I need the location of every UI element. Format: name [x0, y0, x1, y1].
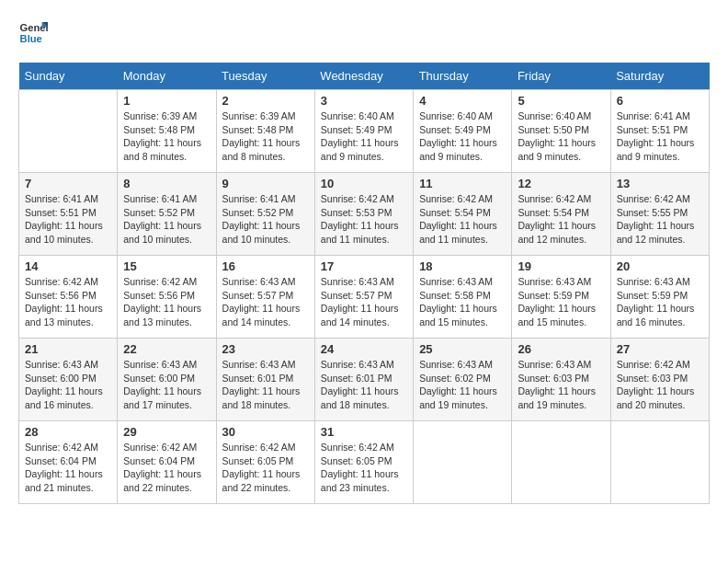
logo-icon: General Blue	[18, 18, 48, 48]
empty-cell	[610, 421, 709, 504]
calendar-week-row: 7Sunrise: 6:41 AMSunset: 5:51 PMDaylight…	[19, 173, 710, 256]
day-info: Sunrise: 6:42 AMSunset: 6:04 PMDaylight:…	[123, 441, 210, 495]
day-info: Sunrise: 6:41 AMSunset: 5:52 PMDaylight:…	[123, 192, 210, 247]
calendar-day-cell: 30Sunrise: 6:42 AMSunset: 6:05 PMDayligh…	[216, 421, 314, 504]
calendar-day-cell: 28Sunrise: 6:42 AMSunset: 6:04 PMDayligh…	[19, 421, 118, 504]
calendar-day-cell: 15Sunrise: 6:42 AMSunset: 5:56 PMDayligh…	[118, 256, 216, 339]
day-number: 31	[321, 425, 407, 439]
day-number: 17	[321, 259, 407, 273]
empty-cell	[19, 90, 118, 173]
svg-text:Blue: Blue	[20, 33, 42, 44]
day-info: Sunrise: 6:39 AMSunset: 5:48 PMDaylight:…	[123, 109, 210, 164]
day-info: Sunrise: 6:42 AMSunset: 5:56 PMDaylight:…	[123, 275, 210, 329]
day-info: Sunrise: 6:43 AMSunset: 6:00 PMDaylight:…	[123, 358, 210, 412]
calendar-day-cell: 12Sunrise: 6:42 AMSunset: 5:54 PMDayligh…	[512, 173, 610, 256]
day-number: 24	[321, 342, 407, 356]
day-number: 10	[321, 177, 407, 190]
calendar-day-cell: 17Sunrise: 6:43 AMSunset: 5:57 PMDayligh…	[314, 256, 413, 339]
col-header-sunday: Sunday	[19, 63, 118, 90]
day-info: Sunrise: 6:42 AMSunset: 5:54 PMDaylight:…	[518, 192, 604, 247]
day-info: Sunrise: 6:42 AMSunset: 6:05 PMDaylight:…	[321, 441, 407, 495]
day-number: 4	[419, 94, 506, 108]
calendar-day-cell: 6Sunrise: 6:41 AMSunset: 5:51 PMDaylight…	[610, 90, 709, 173]
page-header: General Blue	[18, 18, 710, 48]
empty-cell	[512, 421, 610, 504]
calendar-day-cell: 31Sunrise: 6:42 AMSunset: 6:05 PMDayligh…	[314, 421, 413, 504]
calendar-header-row: SundayMondayTuesdayWednesdayThursdayFrid…	[19, 63, 710, 90]
day-info: Sunrise: 6:42 AMSunset: 5:54 PMDaylight:…	[419, 192, 506, 247]
calendar-day-cell: 1Sunrise: 6:39 AMSunset: 5:48 PMDaylight…	[118, 90, 216, 173]
day-info: Sunrise: 6:43 AMSunset: 5:59 PMDaylight:…	[617, 275, 703, 329]
day-number: 29	[123, 425, 210, 439]
calendar-day-cell: 16Sunrise: 6:43 AMSunset: 5:57 PMDayligh…	[216, 256, 314, 339]
day-number: 9	[222, 177, 309, 190]
day-info: Sunrise: 6:42 AMSunset: 5:56 PMDaylight:…	[25, 275, 111, 329]
day-number: 25	[419, 342, 506, 356]
calendar-day-cell: 27Sunrise: 6:42 AMSunset: 6:03 PMDayligh…	[610, 339, 709, 421]
day-number: 27	[617, 342, 703, 356]
day-number: 23	[222, 342, 309, 356]
day-info: Sunrise: 6:39 AMSunset: 5:48 PMDaylight:…	[222, 109, 309, 164]
day-number: 28	[25, 425, 111, 439]
day-number: 11	[419, 177, 506, 190]
day-info: Sunrise: 6:41 AMSunset: 5:51 PMDaylight:…	[617, 109, 703, 164]
calendar-day-cell: 14Sunrise: 6:42 AMSunset: 5:56 PMDayligh…	[19, 256, 118, 339]
calendar-day-cell: 29Sunrise: 6:42 AMSunset: 6:04 PMDayligh…	[118, 421, 216, 504]
calendar-day-cell: 24Sunrise: 6:43 AMSunset: 6:01 PMDayligh…	[314, 339, 413, 421]
day-number: 21	[25, 342, 111, 356]
calendar-day-cell: 5Sunrise: 6:40 AMSunset: 5:50 PMDaylight…	[512, 90, 610, 173]
calendar-day-cell: 26Sunrise: 6:43 AMSunset: 6:03 PMDayligh…	[512, 339, 610, 421]
day-number: 30	[222, 425, 309, 439]
day-info: Sunrise: 6:43 AMSunset: 6:01 PMDaylight:…	[321, 358, 407, 412]
day-info: Sunrise: 6:43 AMSunset: 6:02 PMDaylight:…	[419, 358, 506, 412]
calendar-day-cell: 18Sunrise: 6:43 AMSunset: 5:58 PMDayligh…	[414, 256, 512, 339]
calendar-week-row: 21Sunrise: 6:43 AMSunset: 6:00 PMDayligh…	[19, 339, 710, 421]
day-info: Sunrise: 6:42 AMSunset: 5:55 PMDaylight:…	[617, 192, 703, 247]
day-info: Sunrise: 6:42 AMSunset: 5:53 PMDaylight:…	[321, 192, 407, 247]
day-info: Sunrise: 6:40 AMSunset: 5:50 PMDaylight:…	[518, 109, 604, 164]
calendar-day-cell: 20Sunrise: 6:43 AMSunset: 5:59 PMDayligh…	[610, 256, 709, 339]
day-info: Sunrise: 6:43 AMSunset: 5:59 PMDaylight:…	[518, 275, 604, 329]
day-info: Sunrise: 6:40 AMSunset: 5:49 PMDaylight:…	[321, 109, 407, 164]
logo: General Blue	[18, 18, 48, 48]
day-info: Sunrise: 6:40 AMSunset: 5:49 PMDaylight:…	[419, 109, 506, 164]
day-number: 13	[617, 177, 703, 190]
calendar-day-cell: 13Sunrise: 6:42 AMSunset: 5:55 PMDayligh…	[610, 173, 709, 256]
calendar-day-cell: 23Sunrise: 6:43 AMSunset: 6:01 PMDayligh…	[216, 339, 314, 421]
day-info: Sunrise: 6:43 AMSunset: 5:57 PMDaylight:…	[321, 275, 407, 329]
day-info: Sunrise: 6:41 AMSunset: 5:52 PMDaylight:…	[222, 192, 309, 247]
calendar-day-cell: 19Sunrise: 6:43 AMSunset: 5:59 PMDayligh…	[512, 256, 610, 339]
calendar-week-row: 14Sunrise: 6:42 AMSunset: 5:56 PMDayligh…	[19, 256, 710, 339]
day-number: 20	[617, 259, 703, 273]
day-number: 2	[222, 94, 309, 108]
calendar-day-cell: 25Sunrise: 6:43 AMSunset: 6:02 PMDayligh…	[414, 339, 512, 421]
day-number: 3	[321, 94, 407, 108]
calendar-day-cell: 4Sunrise: 6:40 AMSunset: 5:49 PMDaylight…	[414, 90, 512, 173]
day-info: Sunrise: 6:42 AMSunset: 6:04 PMDaylight:…	[25, 441, 111, 495]
col-header-monday: Monday	[118, 63, 216, 90]
col-header-wednesday: Wednesday	[314, 63, 413, 90]
calendar-week-row: 28Sunrise: 6:42 AMSunset: 6:04 PMDayligh…	[19, 421, 710, 504]
day-number: 14	[25, 259, 111, 273]
day-number: 12	[518, 177, 604, 190]
day-number: 6	[617, 94, 703, 108]
day-number: 18	[419, 259, 506, 273]
day-info: Sunrise: 6:42 AMSunset: 6:03 PMDaylight:…	[617, 358, 703, 412]
calendar-day-cell: 22Sunrise: 6:43 AMSunset: 6:00 PMDayligh…	[118, 339, 216, 421]
calendar-week-row: 1Sunrise: 6:39 AMSunset: 5:48 PMDaylight…	[19, 90, 710, 173]
calendar-day-cell: 8Sunrise: 6:41 AMSunset: 5:52 PMDaylight…	[118, 173, 216, 256]
calendar-day-cell: 3Sunrise: 6:40 AMSunset: 5:49 PMDaylight…	[314, 90, 413, 173]
calendar-day-cell: 9Sunrise: 6:41 AMSunset: 5:52 PMDaylight…	[216, 173, 314, 256]
day-info: Sunrise: 6:43 AMSunset: 6:03 PMDaylight:…	[518, 358, 604, 412]
day-number: 16	[222, 259, 309, 273]
col-header-tuesday: Tuesday	[216, 63, 314, 90]
day-info: Sunrise: 6:43 AMSunset: 6:01 PMDaylight:…	[222, 358, 309, 412]
day-number: 8	[123, 177, 210, 190]
day-info: Sunrise: 6:41 AMSunset: 5:51 PMDaylight:…	[25, 192, 111, 247]
calendar-table: SundayMondayTuesdayWednesdayThursdayFrid…	[18, 63, 710, 504]
day-number: 7	[25, 177, 111, 190]
day-info: Sunrise: 6:43 AMSunset: 5:58 PMDaylight:…	[419, 275, 506, 329]
calendar-day-cell: 21Sunrise: 6:43 AMSunset: 6:00 PMDayligh…	[19, 339, 118, 421]
day-number: 15	[123, 259, 210, 273]
empty-cell	[414, 421, 512, 504]
